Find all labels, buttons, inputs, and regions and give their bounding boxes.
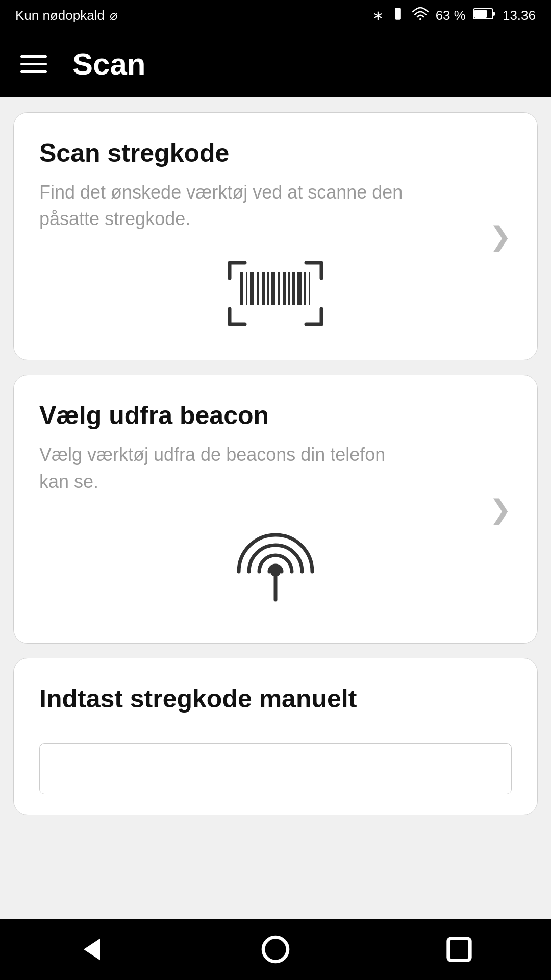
svg-rect-5 [240,272,243,305]
svg-rect-7 [250,272,254,305]
svg-rect-6 [246,272,247,305]
bluetooth-icon: ∗ [372,8,384,23]
manual-barcode-title: Indtast stregkode manuelt [39,684,512,714]
page-title: Scan [72,46,145,82]
svg-rect-14 [288,272,290,305]
nav-home-button[interactable] [259,933,292,966]
svg-rect-10 [267,272,269,305]
select-beacon-description: Vælg værktøj udfra de beacons din telefo… [39,442,408,495]
time-display: 13.36 [503,8,536,23]
svg-rect-16 [297,272,302,305]
hamburger-line-2 [20,63,47,65]
scan-barcode-icon-area [39,258,512,329]
barcode-icon [224,258,327,329]
select-beacon-title: Vælg udfra beacon [39,401,512,430]
scan-barcode-arrow: ❯ [489,221,512,252]
status-emergency-text: Kun nødopkald [15,8,105,23]
main-content: Scan stregkode Find det ønskede værktøj … [0,97,551,830]
svg-rect-23 [448,939,470,961]
nav-back-button[interactable] [76,933,108,966]
battery-text: 63 % [436,8,466,23]
svg-marker-21 [84,939,100,961]
hamburger-line-3 [20,70,47,73]
battery-icon [473,8,495,23]
svg-rect-15 [292,272,295,305]
scan-barcode-card[interactable]: Scan stregkode Find det ønskede værktøj … [13,112,538,360]
beacon-icon [224,521,327,612]
select-beacon-card[interactable]: Vælg udfra beacon Vælg værktøj udfra de … [13,375,538,643]
svg-rect-18 [309,272,310,305]
nav-bar [0,919,551,980]
menu-button[interactable] [20,55,47,73]
status-right: ∗ 63 % 13.36 [372,7,536,24]
status-left: Kun nødopkald ⌀ [15,8,118,23]
svg-rect-12 [278,272,280,305]
svg-rect-9 [262,272,265,305]
svg-point-22 [263,937,288,962]
manual-barcode-card: Indtast stregkode manuelt [13,658,538,815]
hamburger-line-1 [20,55,47,58]
svg-point-1 [419,18,421,20]
nav-recent-button[interactable] [443,933,475,966]
svg-rect-3 [493,12,495,16]
wifi-icon [412,7,429,24]
svg-rect-13 [283,272,286,305]
scan-barcode-description: Find det ønskede værktøj ved at scanne d… [39,179,408,232]
scan-barcode-title: Scan stregkode [39,138,512,168]
manual-barcode-input[interactable] [39,743,512,794]
select-beacon-arrow: ❯ [489,494,512,525]
svg-rect-8 [257,272,259,305]
svg-rect-0 [395,8,401,19]
toolbar: Scan [0,31,551,97]
svg-rect-4 [474,10,487,18]
usb-icon: ⌀ [110,8,118,23]
vibrate-icon [391,7,405,24]
svg-rect-17 [304,272,306,305]
select-beacon-icon-area [39,521,512,612]
status-bar: Kun nødopkald ⌀ ∗ 63 % 13.36 [0,0,551,31]
svg-rect-11 [271,272,276,305]
